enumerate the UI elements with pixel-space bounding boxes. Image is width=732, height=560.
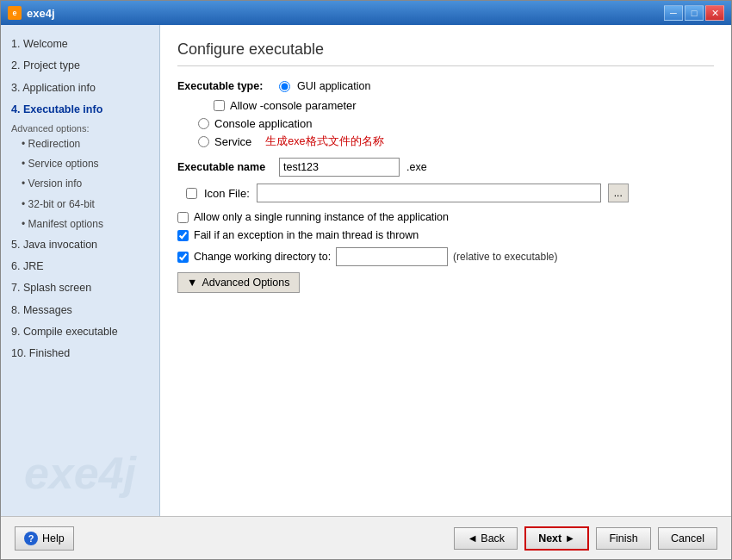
change-dir-label: Change working directory to: bbox=[194, 251, 331, 263]
close-button[interactable]: ✕ bbox=[705, 5, 724, 21]
cancel-button[interactable]: Cancel bbox=[658, 527, 717, 550]
sidebar-item-compile[interactable]: 9. Compile executable bbox=[8, 321, 152, 343]
advanced-btn-arrow: ▼ bbox=[187, 277, 197, 289]
change-dir-row: Change working directory to: (relative t… bbox=[177, 247, 714, 266]
help-label: Help bbox=[42, 532, 65, 544]
single-instance-label: Allow only a single running instance of … bbox=[194, 211, 449, 223]
sidebar-item-java[interactable]: 5. Java invocation bbox=[8, 234, 152, 256]
icon-file-label: Icon File: bbox=[204, 187, 250, 200]
window-title: exe4j bbox=[27, 7, 55, 20]
exe-type-row: Executable type: GUI application bbox=[177, 80, 714, 92]
sidebar-item-app-info[interactable]: 3. Application info bbox=[8, 78, 152, 99]
change-dir-checkbox[interactable] bbox=[177, 252, 189, 263]
sidebar-item-manifest[interactable]: • Manifest options bbox=[8, 215, 152, 234]
icon-file-checkbox[interactable] bbox=[186, 188, 197, 199]
fail-exception-label: Fail if an exception in the main thread … bbox=[194, 229, 419, 241]
allow-console-checkbox[interactable] bbox=[214, 100, 225, 111]
fail-exception-checkbox[interactable] bbox=[177, 230, 189, 241]
maximize-button[interactable]: □ bbox=[685, 5, 704, 21]
allow-console-row: Allow -console parameter bbox=[214, 99, 714, 112]
sidebar-item-service-options[interactable]: • Service options bbox=[8, 154, 152, 174]
back-button[interactable]: ◄ Back bbox=[454, 527, 518, 550]
sidebar-item-version-info[interactable]: • Version info bbox=[8, 174, 152, 194]
exe-suffix: .exe bbox=[406, 161, 427, 173]
sidebar-advanced-options-label: Advanced options: bbox=[8, 121, 152, 134]
sidebar-item-splash[interactable]: 7. Splash screen bbox=[8, 277, 152, 299]
sidebar-item-project-type[interactable]: 2. Project type bbox=[8, 55, 152, 77]
change-dir-input[interactable] bbox=[336, 247, 448, 266]
radio-console-label: Console application bbox=[214, 117, 312, 130]
sidebar-item-welcome[interactable]: 1. Welcome bbox=[8, 34, 152, 55]
radio-gui[interactable] bbox=[279, 81, 290, 92]
footer: ? Help ◄ Back Next ► Finish Cancel bbox=[1, 516, 731, 559]
main-content: Configure executable Executable type: GU… bbox=[160, 25, 731, 516]
fail-exception-row: Fail if an exception in the main thread … bbox=[177, 229, 714, 241]
content-area: 1. Welcome 2. Project type 3. Applicatio… bbox=[1, 25, 731, 516]
next-button[interactable]: Next ► bbox=[524, 526, 589, 551]
sidebar-item-jre[interactable]: 6. JRE bbox=[8, 256, 152, 277]
browse-button[interactable]: ... bbox=[608, 184, 629, 202]
main-window: e exe4j ─ □ ✕ 1. Welcome 2. Project type… bbox=[0, 0, 732, 560]
advanced-options-button[interactable]: ▼ Advanced Options bbox=[177, 272, 300, 293]
annotation-text: 生成exe格式文件的名称 bbox=[265, 134, 383, 149]
title-bar: e exe4j ─ □ ✕ bbox=[1, 1, 731, 25]
icon-file-row: Icon File: ... bbox=[186, 184, 714, 202]
footer-right: ◄ Back Next ► Finish Cancel bbox=[454, 526, 717, 551]
sidebar-item-finished[interactable]: 10. Finished bbox=[8, 343, 152, 364]
single-instance-row: Allow only a single running instance of … bbox=[177, 211, 714, 223]
page-title: Configure executable bbox=[177, 40, 714, 66]
minimize-button[interactable]: ─ bbox=[664, 5, 683, 21]
relative-label: (relative to executable) bbox=[453, 251, 557, 263]
exe-name-row: Executable name .exe bbox=[177, 158, 714, 177]
exe-name-label: Executable name bbox=[177, 161, 272, 173]
service-radio-row: Service 生成exe格式文件的名称 bbox=[198, 134, 714, 149]
title-bar-buttons: ─ □ ✕ bbox=[664, 5, 724, 21]
advanced-btn-label: Advanced Options bbox=[202, 277, 289, 289]
allow-console-label: Allow -console parameter bbox=[230, 99, 357, 112]
help-button[interactable]: ? Help bbox=[15, 526, 74, 551]
finish-button[interactable]: Finish bbox=[596, 527, 651, 550]
icon-file-input[interactable] bbox=[257, 184, 601, 202]
title-bar-left: e exe4j bbox=[8, 6, 55, 20]
sidebar-item-messages[interactable]: 8. Messages bbox=[8, 300, 152, 321]
console-radio-row: Console application bbox=[198, 117, 714, 130]
radio-gui-label: GUI application bbox=[297, 80, 370, 92]
exe-name-input[interactable] bbox=[279, 158, 400, 177]
help-icon: ? bbox=[24, 532, 38, 545]
sidebar-watermark: exe4j bbox=[24, 447, 136, 499]
sidebar-item-32-64[interactable]: • 32-bit or 64-bit bbox=[8, 195, 152, 215]
sidebar-item-exe-info[interactable]: 4. Executable info bbox=[8, 99, 152, 121]
radio-service[interactable] bbox=[198, 136, 209, 147]
sidebar-item-redirection[interactable]: • Redirection bbox=[8, 134, 152, 154]
radio-service-label: Service bbox=[214, 135, 251, 148]
exe-type-label: Executable type: bbox=[177, 80, 272, 92]
app-icon: e bbox=[8, 6, 22, 20]
single-instance-checkbox[interactable] bbox=[177, 212, 189, 223]
radio-console[interactable] bbox=[198, 118, 209, 129]
sidebar: 1. Welcome 2. Project type 3. Applicatio… bbox=[1, 25, 160, 516]
